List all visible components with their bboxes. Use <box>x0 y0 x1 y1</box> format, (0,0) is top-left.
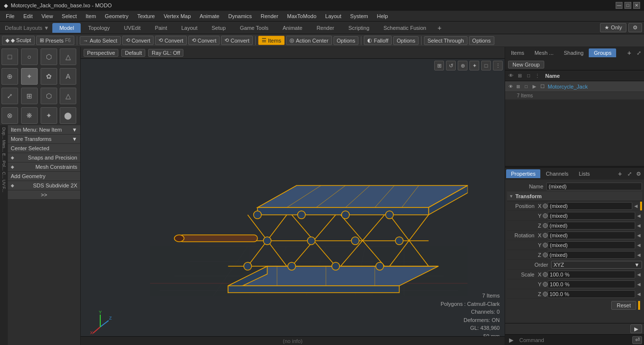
viewport[interactable]: X Z Y ⊞ ↺ ⊕ ✦ □ ⋮ 7 Items Polygons : Cat… <box>81 59 505 345</box>
add-geometry-menu[interactable]: Add Geometry <box>8 172 80 181</box>
tool-hex2[interactable]: ⬡ <box>41 88 57 104</box>
left-tab-f[interactable]: F... <box>1 186 6 192</box>
sculpt-button[interactable]: ◆ ◆ Sculpt <box>2 36 35 45</box>
rot-y-arrow[interactable]: ◀ <box>635 243 642 248</box>
left-tab-c[interactable]: C... <box>1 172 6 179</box>
convert-button-4[interactable]: ⟲ Convert <box>221 36 253 45</box>
col-icon-lock[interactable]: □ <box>525 72 533 80</box>
menu-item[interactable]: Item <box>82 12 100 20</box>
menu-system[interactable]: System <box>346 12 372 20</box>
snaps-precision-menu[interactable]: ◆ Snaps and Precision <box>8 153 80 162</box>
pos-z-value[interactable]: (mixed) <box>548 222 635 230</box>
col-icon-render[interactable]: ⊞ <box>516 72 524 80</box>
scale-y-dot[interactable] <box>543 282 548 287</box>
rot-x-value[interactable]: (mixed) <box>548 231 635 239</box>
order-select[interactable]: XYZ ▼ <box>551 261 642 269</box>
vp-icon-rotate[interactable]: ↺ <box>446 61 456 70</box>
rot-z-arrow[interactable]: ◀ <box>635 253 642 257</box>
items-button[interactable]: ☰ Items <box>258 36 285 45</box>
perspective-button[interactable]: Perspective <box>84 49 118 57</box>
scale-y-value[interactable]: 100.0 % <box>548 280 635 288</box>
tab-topology[interactable]: Topology <box>81 23 116 33</box>
scale-z-arrow[interactable]: ◀ <box>635 292 642 297</box>
convert-button-1[interactable]: ⟲ Convert <box>122 36 154 45</box>
tool-add[interactable]: ⊕ <box>1 68 18 85</box>
scale-y-arrow[interactable]: ◀ <box>635 282 642 287</box>
props-forward-button[interactable]: ▶ <box>630 324 642 333</box>
new-group-button[interactable]: New Group <box>508 61 544 69</box>
menu-vertex-map[interactable]: Vertex Map <box>160 12 195 20</box>
menu-maxtomodo[interactable]: MaxToModo <box>283 12 320 20</box>
sds-subdivide-menu[interactable]: ◆ SDS Subdivide 2X <box>8 181 80 190</box>
tool-resize[interactable]: ⤢ <box>1 88 18 104</box>
tool-diamond[interactable]: ✦ <box>41 107 57 124</box>
tab-uvedit[interactable]: UVEdit <box>117 23 147 33</box>
falloff-button[interactable]: ◐ Falloff <box>364 36 392 45</box>
props-expand-button[interactable]: ⤢ <box>625 169 634 179</box>
scale-x-value[interactable]: 100.0 % <box>548 271 635 278</box>
entry-icon-lock[interactable]: □ <box>523 83 530 90</box>
menu-select[interactable]: Select <box>58 12 81 20</box>
scale-z-dot[interactable] <box>543 292 548 297</box>
rot-z-value[interactable]: (mixed) <box>548 251 635 259</box>
pos-x-dot[interactable] <box>543 204 548 208</box>
select-through-button[interactable]: Select Through <box>424 36 467 45</box>
right-tab-items[interactable]: Items <box>506 48 529 57</box>
tab-add-button[interactable]: + <box>434 22 445 34</box>
options-button-3[interactable]: Options <box>469 36 494 45</box>
scale-x-dot[interactable] <box>543 272 548 277</box>
right-tab-mesh[interactable]: Mesh ... <box>530 48 558 57</box>
tab-schematic[interactable]: Schematic Fusion <box>377 23 433 33</box>
pos-y-dot[interactable] <box>543 213 548 218</box>
tab-model[interactable]: Model <box>52 23 81 33</box>
command-run-button[interactable]: ⏎ <box>632 336 642 344</box>
menu-file[interactable]: File <box>2 12 19 20</box>
entry-icon-eye[interactable]: 👁 <box>507 83 514 90</box>
props-settings-button[interactable]: ⚙ <box>634 169 643 179</box>
pos-z-arrow[interactable]: ◀ <box>635 223 642 228</box>
vp-icon-box[interactable]: □ <box>481 61 491 70</box>
menu-view[interactable]: View <box>38 12 57 20</box>
menu-render[interactable]: Render <box>257 12 282 20</box>
entry-icon-render[interactable]: ⊞ <box>515 83 522 90</box>
tab-scripting[interactable]: Scripting <box>341 23 376 33</box>
transform-section-header[interactable]: ▼ Transform <box>507 191 642 201</box>
menu-texture[interactable]: Texture <box>133 12 159 20</box>
menu-edit[interactable]: Edit <box>20 12 37 20</box>
convert-button-2[interactable]: ⟲ Convert <box>155 36 187 45</box>
minimize-button[interactable]: — <box>616 2 622 9</box>
menu-animate[interactable]: Animate <box>196 12 223 20</box>
new-item-menu[interactable]: Item Menu: New Item ▼ <box>8 125 80 135</box>
reset-button[interactable]: Reset <box>611 301 636 310</box>
convert-button-3[interactable]: ⟲ Convert <box>188 36 220 45</box>
tab-render[interactable]: Render <box>310 23 341 33</box>
tool-cone[interactable]: △ <box>60 48 76 65</box>
tool-cylinder[interactable]: ⬡ <box>41 48 57 65</box>
ray-button[interactable]: Ray GL: Off <box>148 49 183 57</box>
left-tab-dup[interactable]: Dup... <box>1 127 6 139</box>
left-tab-mes[interactable]: Mes... <box>1 140 6 152</box>
mesh-constraints-menu[interactable]: ◆ Mesh Constraints <box>8 162 80 172</box>
menu-layout[interactable]: Layout <box>321 12 345 20</box>
tab-layout[interactable]: Layout <box>175 23 204 33</box>
maximize-button[interactable]: □ <box>624 2 631 9</box>
tool-circle[interactable]: ⬤ <box>60 107 76 124</box>
scale-z-value[interactable]: 100.0 % <box>548 290 635 298</box>
right-panel-expand[interactable]: ⤢ <box>635 48 643 58</box>
left-tab-pol[interactable]: Pol... <box>1 161 6 171</box>
menu-geometry[interactable]: Geometry <box>101 12 132 20</box>
rot-x-arrow[interactable]: ◀ <box>635 233 642 238</box>
right-tab-groups[interactable]: Groups <box>589 48 616 57</box>
rot-y-dot[interactable] <box>543 243 548 248</box>
vp-icon-tools[interactable]: ✦ <box>469 61 479 70</box>
more-transforms-menu[interactable]: More Transforms ▼ <box>8 135 80 144</box>
shading-button[interactable]: Default <box>121 49 145 57</box>
rot-x-dot[interactable] <box>543 233 548 238</box>
options-button-2[interactable]: Options <box>393 36 419 45</box>
rot-y-value[interactable]: (mixed) <box>548 241 635 249</box>
tool-sphere[interactable]: ○ <box>21 48 38 65</box>
tool-flower[interactable]: ✿ <box>41 68 57 85</box>
col-icon-more[interactable]: ⋮ <box>533 72 541 80</box>
props-tab-properties[interactable]: Properties <box>506 169 540 178</box>
right-tab-add-button[interactable]: + <box>624 47 634 58</box>
